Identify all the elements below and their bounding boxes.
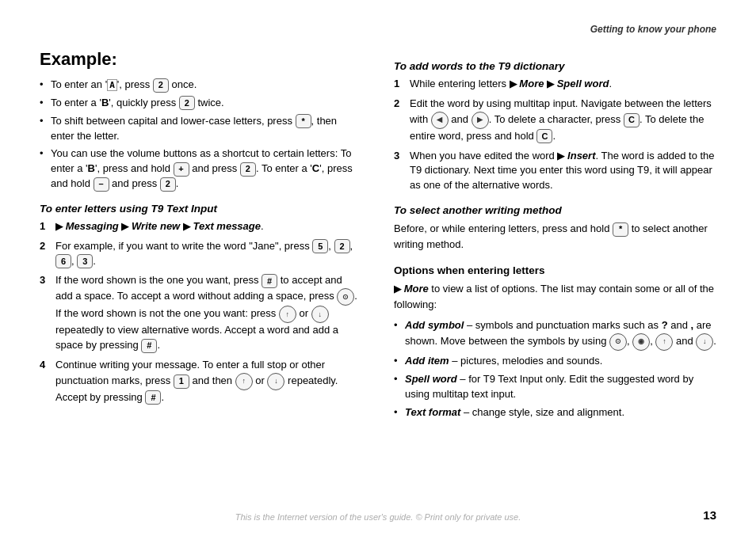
nav-down-1: ↓ bbox=[311, 306, 329, 323]
key-minus: – bbox=[94, 177, 109, 192]
header-title: Getting to know your phone bbox=[590, 24, 716, 35]
options-title: Options when entering letters bbox=[394, 264, 716, 276]
dict-step-1: 1 While entering letters ▶ More ▶ Spell … bbox=[394, 77, 716, 92]
t9-step-3: 3 If the word shown is the one you want,… bbox=[40, 273, 362, 353]
letter-a: A bbox=[107, 79, 117, 91]
t9-input-title: To enter letters using T9 Text Input bbox=[40, 203, 362, 215]
key-star-1: * bbox=[296, 114, 311, 128]
dict-step-3: 3 When you have edited the word ▶ Insert… bbox=[394, 149, 716, 194]
example-bullets: To enter an 'A', press 2 once. To enter … bbox=[40, 78, 362, 192]
nav-up-1: ↑ bbox=[279, 306, 296, 323]
letter-b-1: B bbox=[101, 97, 109, 108]
footer-text: This is the Internet version of the user… bbox=[0, 512, 756, 522]
option-add-symbol: Add symbol – symbols and punctuation mar… bbox=[394, 318, 716, 351]
t9-dict-title: To add words to the T9 dictionary bbox=[394, 60, 716, 72]
option-add-item: Add item – pictures, melodies and sounds… bbox=[394, 354, 716, 369]
key-1: 1 bbox=[174, 374, 189, 389]
t9-dict-steps: 1 While entering letters ▶ More ▶ Spell … bbox=[394, 77, 716, 193]
right-column: To add words to the T9 dictionary 1 Whil… bbox=[394, 49, 716, 431]
nav-up-2: ↑ bbox=[235, 373, 253, 390]
nav-opt-2: ◉ bbox=[632, 333, 650, 351]
key-c-2: C bbox=[536, 129, 552, 143]
nav-left: ◀ bbox=[431, 112, 449, 129]
options-intro: ▶ More to view a list of options. The li… bbox=[394, 281, 716, 312]
bullet-2: To enter a 'B', quickly press 2 twice. bbox=[40, 96, 362, 111]
bullet-4: You can use the volume buttons as a shor… bbox=[40, 146, 362, 192]
page-number: 13 bbox=[703, 508, 716, 522]
nav-opt-1: ⊙ bbox=[609, 333, 627, 351]
nav-down-2: ↓ bbox=[267, 373, 284, 390]
option-spell-word: Spell word – for T9 Text Input only. Edi… bbox=[394, 372, 716, 402]
key-5: 5 bbox=[312, 239, 328, 253]
nav-opt-3: ↑ bbox=[655, 333, 673, 351]
key-hash-2: # bbox=[141, 339, 157, 353]
key-star-2: * bbox=[613, 222, 628, 237]
letter-b-2: B bbox=[88, 162, 95, 174]
nav-center-1: ⊙ bbox=[337, 288, 354, 306]
letter-c: C bbox=[312, 162, 319, 174]
bullet-3: To shift between capital and lower-case … bbox=[40, 114, 362, 144]
nav-right: ▶ bbox=[472, 112, 489, 129]
key-hash-3: # bbox=[145, 390, 161, 405]
key-2b: 2 bbox=[179, 96, 195, 110]
select-writing-title: To select another writing method bbox=[394, 204, 716, 216]
option-text-format: Text format – change style, size and ali… bbox=[394, 405, 716, 420]
nav-opt-4: ↓ bbox=[696, 333, 713, 351]
key-2e: 2 bbox=[334, 239, 350, 253]
t9-step-4: 4 Continue writing your message. To ente… bbox=[40, 358, 362, 405]
key-c-1: C bbox=[624, 113, 640, 127]
bullet-1: To enter an 'A', press 2 once. bbox=[40, 78, 362, 93]
left-column: Example: To enter an 'A', press 2 once. … bbox=[40, 49, 362, 431]
t9-step-1: 1 ▶ Messaging ▶ Write new ▶ Text message… bbox=[40, 219, 362, 234]
select-writing-text: Before, or while entering letters, press… bbox=[394, 221, 716, 252]
example-title: Example: bbox=[40, 49, 362, 70]
key-2c: 2 bbox=[240, 162, 256, 177]
dict-step-2: 2 Edit the word by using multitap input.… bbox=[394, 97, 716, 144]
t9-step-2: 2 For example, if you want to write the … bbox=[40, 239, 362, 269]
key-6: 6 bbox=[55, 254, 71, 268]
options-bullets: Add symbol – symbols and punctuation mar… bbox=[394, 318, 716, 420]
key-hash-1: # bbox=[262, 274, 277, 288]
t9-steps: 1 ▶ Messaging ▶ Write new ▶ Text message… bbox=[40, 219, 362, 405]
key-3: 3 bbox=[77, 254, 93, 268]
page-header: Getting to know your phone bbox=[40, 24, 716, 35]
key-2d: 2 bbox=[160, 177, 176, 192]
key-2: 2 bbox=[153, 78, 169, 93]
key-plus: + bbox=[174, 162, 189, 177]
